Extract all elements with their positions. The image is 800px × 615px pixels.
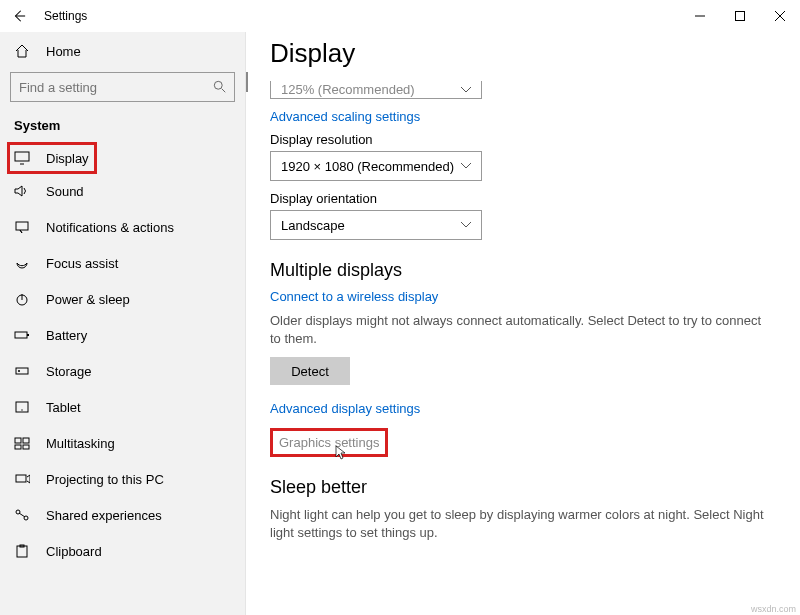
svg-rect-21: [16, 475, 26, 482]
tablet-icon: [14, 400, 30, 414]
storage-icon: [14, 364, 30, 378]
sidebar-item-battery[interactable]: Battery: [0, 317, 245, 353]
power-icon: [14, 292, 30, 306]
svg-rect-13: [16, 368, 28, 374]
window-title: Settings: [44, 9, 87, 23]
orientation-select[interactable]: Landscape: [270, 210, 482, 240]
older-displays-text: Older displays might not always connect …: [270, 312, 770, 347]
svg-rect-18: [23, 438, 29, 443]
orientation-label: Display orientation: [270, 191, 800, 206]
sidebar-item-label: Notifications & actions: [46, 220, 174, 235]
sidebar-item-sound[interactable]: Sound: [0, 173, 245, 209]
sidebar-item-label: Sound: [46, 184, 84, 199]
svg-rect-19: [15, 445, 21, 449]
titlebar: Settings: [0, 0, 800, 32]
scale-select[interactable]: 125% (Recommended): [270, 81, 482, 99]
chevron-down-icon: [461, 222, 471, 228]
sidebar-item-storage[interactable]: Storage: [0, 353, 245, 389]
shared-icon: [14, 508, 30, 522]
sidebar-item-label: Display: [46, 151, 89, 166]
sidebar-group-header: System: [0, 112, 245, 143]
svg-point-4: [214, 81, 222, 89]
sidebar-item-label: Multitasking: [46, 436, 115, 451]
projecting-icon: [14, 472, 30, 486]
svg-line-24: [19, 513, 25, 517]
content-area: Display 125% (Recommended) Advanced scal…: [246, 32, 800, 615]
sidebar-item-label: Tablet: [46, 400, 81, 415]
scale-select-value: 125% (Recommended): [281, 82, 415, 97]
svg-rect-6: [15, 152, 29, 161]
sidebar-item-label: Focus assist: [46, 256, 118, 271]
sidebar-item-focus-assist[interactable]: Focus assist: [0, 245, 245, 281]
chevron-down-icon: [461, 163, 471, 169]
focus-assist-icon: [14, 256, 30, 270]
sound-icon: [14, 184, 30, 198]
watermark: wsxdn.com: [751, 604, 796, 614]
minimize-button[interactable]: [680, 0, 720, 32]
sidebar-item-clipboard[interactable]: Clipboard: [0, 533, 245, 569]
sidebar-item-multitasking[interactable]: Multitasking: [0, 425, 245, 461]
clipboard-icon: [14, 544, 30, 558]
home-label: Home: [46, 44, 81, 59]
sidebar-item-shared-experiences[interactable]: Shared experiences: [0, 497, 245, 533]
svg-point-14: [18, 370, 20, 372]
graphics-settings-link[interactable]: Graphics settings: [270, 428, 388, 457]
svg-rect-20: [23, 445, 29, 449]
sleep-better-text: Night light can help you get to sleep by…: [270, 506, 770, 541]
battery-icon: [14, 328, 30, 342]
sidebar-item-notifications[interactable]: Notifications & actions: [0, 209, 245, 245]
page-title: Display: [270, 38, 800, 69]
home-icon: [14, 43, 30, 59]
svg-rect-8: [16, 222, 28, 230]
sidebar-item-label: Storage: [46, 364, 92, 379]
svg-line-5: [222, 89, 226, 93]
home-button[interactable]: Home: [0, 36, 245, 66]
scroll-indicator: [246, 72, 248, 92]
svg-rect-25: [17, 546, 27, 557]
window-controls: [680, 0, 800, 32]
sidebar-item-power-sleep[interactable]: Power & sleep: [0, 281, 245, 317]
sidebar-item-projecting[interactable]: Projecting to this PC: [0, 461, 245, 497]
multiple-displays-heading: Multiple displays: [270, 260, 800, 281]
sidebar-item-label: Projecting to this PC: [46, 472, 164, 487]
connect-wireless-link[interactable]: Connect to a wireless display: [270, 289, 800, 304]
close-button[interactable]: [760, 0, 800, 32]
sidebar-item-label: Shared experiences: [46, 508, 162, 523]
svg-rect-1: [736, 12, 745, 21]
detect-button[interactable]: Detect: [270, 357, 350, 385]
graphics-settings-label: Graphics settings: [279, 435, 379, 450]
search-input[interactable]: [10, 72, 235, 102]
sleep-better-heading: Sleep better: [270, 477, 800, 498]
sidebar-item-label: Battery: [46, 328, 87, 343]
chevron-down-icon: [461, 87, 471, 93]
sidebar-item-label: Clipboard: [46, 544, 102, 559]
advanced-display-link[interactable]: Advanced display settings: [270, 401, 800, 416]
search-icon: [213, 80, 227, 94]
svg-rect-17: [15, 438, 21, 443]
sidebar: Home System Display Sound Notifications …: [0, 32, 246, 615]
advanced-scaling-link[interactable]: Advanced scaling settings: [270, 109, 800, 124]
notifications-icon: [14, 220, 30, 234]
orientation-select-value: Landscape: [281, 218, 345, 233]
sidebar-item-label: Power & sleep: [46, 292, 130, 307]
svg-point-16: [21, 409, 22, 410]
maximize-button[interactable]: [720, 0, 760, 32]
back-button[interactable]: [12, 9, 26, 23]
svg-rect-12: [27, 334, 29, 336]
resolution-label: Display resolution: [270, 132, 800, 147]
multitasking-icon: [14, 436, 30, 450]
resolution-select[interactable]: 1920 × 1080 (Recommended): [270, 151, 482, 181]
sidebar-item-tablet[interactable]: Tablet: [0, 389, 245, 425]
svg-rect-11: [15, 332, 27, 338]
resolution-select-value: 1920 × 1080 (Recommended): [281, 159, 454, 174]
cursor-icon: [333, 445, 347, 461]
sidebar-item-display[interactable]: Display: [8, 143, 96, 173]
display-icon: [14, 151, 30, 165]
